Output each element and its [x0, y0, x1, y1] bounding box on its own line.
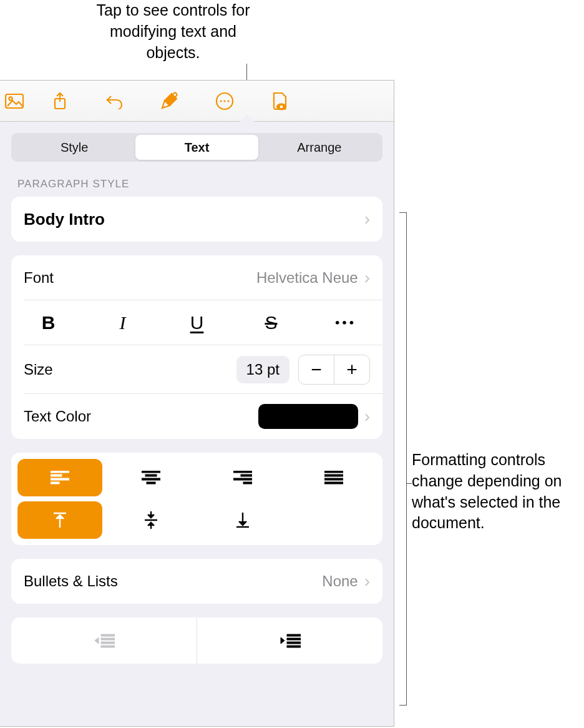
align-center-icon [142, 471, 160, 485]
text-color-swatch [258, 404, 358, 429]
svg-rect-34 [101, 642, 115, 644]
app-frame: Style Text Arrange PARAGRAPH STYLE Body … [0, 80, 394, 727]
text-color-label: Text Color [24, 408, 258, 425]
svg-point-6 [227, 100, 229, 102]
text-color-row[interactable]: Text Color › [11, 394, 382, 439]
svg-point-5 [223, 100, 225, 102]
view-button[interactable] [252, 81, 307, 122]
paragraph-style-name: Body Intro [24, 210, 364, 229]
bullets-value: None [322, 573, 358, 590]
outdent-icon [94, 633, 115, 648]
svg-rect-36 [287, 634, 301, 636]
tab-arrange[interactable]: Arrange [258, 135, 381, 160]
size-decrease-button[interactable]: − [299, 355, 334, 384]
tab-style[interactable]: Style [13, 135, 135, 160]
font-value: Helvetica Neue [256, 269, 358, 287]
v-align-row [17, 501, 376, 539]
svg-rect-38 [287, 642, 301, 644]
h-align-row [17, 459, 376, 496]
svg-rect-15 [142, 478, 160, 480]
svg-rect-18 [241, 475, 252, 476]
tab-segment: Style Text Arrange [11, 133, 382, 162]
bold-button[interactable]: B [11, 300, 85, 345]
paragraph-style-card: Body Intro › [11, 197, 382, 242]
chevron-right-icon: › [364, 209, 370, 229]
undo-button[interactable] [87, 81, 142, 122]
undo-icon [105, 93, 124, 109]
chevron-right-icon: › [364, 268, 370, 288]
svg-rect-20 [243, 482, 252, 484]
svg-point-8 [280, 105, 283, 108]
callout-bracket-tick [407, 483, 412, 484]
valign-top-icon [52, 511, 67, 529]
more-formatting-button[interactable]: ••• [308, 300, 382, 345]
svg-rect-24 [324, 482, 343, 484]
strikethrough-button[interactable]: S [234, 300, 308, 345]
more-button[interactable] [197, 81, 252, 122]
underline-button[interactable]: U [160, 300, 234, 345]
svg-rect-10 [51, 475, 62, 476]
chevron-right-icon: › [364, 406, 370, 426]
svg-rect-22 [324, 475, 343, 476]
size-label: Size [24, 361, 236, 378]
align-left-icon [51, 471, 69, 485]
indent-button[interactable] [197, 617, 382, 664]
paragraph-style-row[interactable]: Body Intro › [11, 197, 382, 242]
valign-bottom-icon [235, 511, 250, 529]
svg-rect-17 [233, 471, 252, 473]
svg-rect-39 [287, 646, 301, 647]
paragraph-style-section-label: PARAGRAPH STYLE [17, 178, 380, 190]
document-view-icon [271, 92, 288, 111]
italic-button[interactable]: I [85, 300, 160, 345]
size-row: Size 13 pt − + [11, 345, 382, 394]
format-button[interactable] [142, 81, 197, 122]
align-right-button[interactable] [200, 459, 285, 496]
svg-rect-21 [324, 471, 343, 473]
photo-icon [5, 94, 24, 109]
callout-top: Tap to see controls for modifying text a… [87, 0, 259, 63]
svg-rect-37 [287, 638, 301, 640]
insert-button[interactable] [5, 81, 32, 122]
tab-text[interactable]: Text [135, 135, 258, 160]
align-right-icon [233, 471, 252, 485]
callout-right: Formatting controls change depending on … [412, 450, 580, 534]
size-value[interactable]: 13 pt [236, 356, 290, 383]
callout-bracket [399, 212, 407, 706]
toolbar [0, 81, 394, 122]
font-row[interactable]: Font Helvetica Neue › [11, 255, 382, 300]
svg-rect-23 [324, 478, 343, 480]
valign-bottom-button[interactable] [200, 501, 285, 539]
svg-rect-35 [101, 646, 115, 647]
svg-rect-13 [142, 471, 160, 473]
share-icon [52, 92, 67, 111]
share-button[interactable] [32, 81, 87, 122]
bullets-card: Bullets & Lists None › [11, 559, 382, 604]
paintbrush-icon [160, 92, 179, 111]
format-popover: Style Text Arrange PARAGRAPH STYLE Body … [0, 122, 394, 726]
svg-point-1 [9, 97, 12, 100]
bullets-label: Bullets & Lists [24, 573, 322, 590]
svg-rect-33 [101, 638, 115, 640]
bullets-row[interactable]: Bullets & Lists None › [11, 559, 382, 604]
ellipsis-circle-icon [215, 92, 234, 111]
text-format-bar: B I U S ••• [11, 300, 382, 345]
outdent-button[interactable] [11, 617, 197, 664]
size-stepper: − + [298, 355, 370, 385]
svg-rect-11 [51, 478, 69, 480]
svg-rect-16 [147, 482, 155, 484]
alignment-card [11, 453, 382, 545]
svg-rect-9 [51, 471, 69, 473]
align-justify-button[interactable] [291, 459, 376, 496]
font-card: Font Helvetica Neue › B I U S ••• Size 1… [11, 255, 382, 439]
svg-rect-12 [51, 482, 59, 484]
align-left-button[interactable] [17, 459, 102, 496]
align-justify-icon [324, 471, 343, 485]
valign-middle-button[interactable] [109, 501, 193, 539]
svg-rect-19 [233, 478, 252, 480]
valign-top-button[interactable] [17, 501, 102, 539]
align-center-button[interactable] [109, 459, 193, 496]
font-label: Font [24, 269, 256, 287]
size-increase-button[interactable]: + [334, 355, 369, 384]
callout-leader [246, 64, 247, 80]
svg-point-4 [220, 100, 221, 102]
